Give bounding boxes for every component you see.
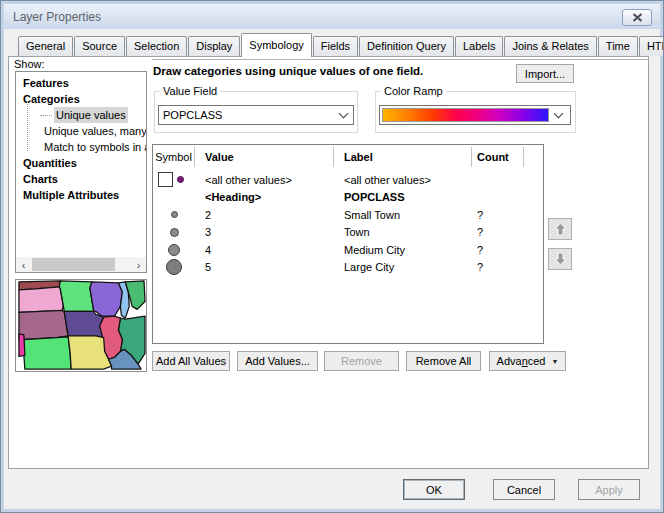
dropdown-arrow-icon: ▼: [552, 358, 559, 365]
show-label: Show:: [14, 58, 45, 70]
column-header-value[interactable]: Value: [195, 147, 334, 167]
point-symbol-icon[interactable]: [170, 228, 179, 237]
tab-joins-relates[interactable]: Joins & Relates: [504, 36, 596, 56]
tab-display[interactable]: Display: [188, 36, 240, 56]
map-state-shape: [19, 310, 68, 339]
tab-strip: General Source Selection Display Symbolo…: [18, 33, 664, 56]
map-state-shape: [59, 281, 93, 311]
ok-button[interactable]: OK: [403, 479, 465, 500]
map-state-shape: [90, 282, 123, 316]
table-row[interactable]: 5 Large City ?: [153, 259, 543, 277]
chevron-down-icon: [554, 109, 564, 119]
tree-item-charts[interactable]: Charts: [16, 171, 146, 187]
map-state-shape: [19, 334, 25, 357]
table-row[interactable]: <all other values> <all other values>: [153, 171, 543, 189]
value-field-dropdown[interactable]: POPCLASS: [158, 105, 354, 125]
map-preview-image: [16, 280, 146, 371]
tab-time[interactable]: Time: [598, 36, 638, 56]
tree-item-unique-values-many[interactable]: Unique values, many: [16, 123, 146, 139]
map-state-shape: [19, 287, 63, 312]
map-preview: [15, 279, 147, 372]
move-down-button[interactable]: [548, 248, 572, 270]
point-symbol-icon[interactable]: [171, 211, 178, 218]
tab-html-popup[interactable]: HTML Popup: [639, 36, 664, 56]
point-symbol-icon[interactable]: [166, 259, 182, 275]
map-state-shape: [64, 311, 103, 337]
remove-all-button[interactable]: Remove All: [406, 351, 481, 371]
add-all-values-button[interactable]: Add All Values: [152, 351, 230, 371]
map-state-shape: [24, 337, 71, 369]
title-bar[interactable]: Layer Properties: [4, 4, 660, 29]
color-ramp-dropdown[interactable]: [379, 105, 571, 125]
move-up-button[interactable]: [548, 218, 572, 240]
import-button[interactable]: Import...: [516, 64, 574, 83]
close-icon: [632, 13, 643, 22]
chevron-down-icon: [339, 109, 349, 119]
tree-item-features[interactable]: Features: [16, 75, 146, 91]
values-table-header: Symbol Value Label Count: [153, 145, 543, 169]
tree-guide-line: [27, 102, 28, 151]
column-header-count[interactable]: Count: [472, 147, 524, 167]
tab-symbology[interactable]: Symbology: [241, 33, 311, 57]
column-header-symbol[interactable]: Symbol: [153, 147, 195, 167]
tab-definition-query[interactable]: Definition Query: [359, 36, 454, 56]
tree-item-quantities[interactable]: Quantities: [16, 155, 146, 171]
apply-button[interactable]: Apply: [578, 479, 640, 500]
tree-horizontal-scrollbar[interactable]: ‹ ›: [16, 257, 146, 272]
tab-fields[interactable]: Fields: [313, 36, 358, 56]
show-tree: Features Categories Unique values Unique…: [15, 71, 147, 273]
tree-item-multiple-attributes[interactable]: Multiple Attributes: [16, 187, 146, 203]
column-header-label[interactable]: Label: [334, 147, 472, 167]
window-title: Layer Properties: [13, 10, 101, 24]
table-row[interactable]: 2 Small Town ?: [153, 206, 543, 224]
values-table-body: <all other values> <all other values> <H…: [153, 171, 543, 276]
table-row[interactable]: 4 Medium City ?: [153, 241, 543, 259]
all-other-values-checkbox[interactable]: [158, 172, 173, 187]
values-table: Symbol Value Label Count <all other valu…: [152, 144, 544, 344]
tree-guide-icon: [40, 115, 52, 116]
tab-labels[interactable]: Labels: [455, 36, 503, 56]
scroll-right-icon[interactable]: ›: [131, 257, 146, 272]
panel-heading: Draw categories using unique values of o…: [153, 65, 513, 77]
arrow-down-icon: [554, 252, 567, 266]
table-row[interactable]: <Heading> POPCLASS: [153, 189, 543, 207]
tree-item-categories[interactable]: Categories: [16, 91, 146, 107]
color-ramp-label: Color Ramp: [381, 85, 446, 97]
table-row[interactable]: 3 Town ?: [153, 224, 543, 242]
tab-selection[interactable]: Selection: [126, 36, 187, 56]
advanced-button[interactable]: Advanced ▼: [489, 351, 566, 371]
cancel-button[interactable]: Cancel: [493, 479, 555, 500]
value-field-label: Value Field: [160, 85, 220, 97]
scrollbar-thumb[interactable]: [32, 258, 115, 271]
remove-button[interactable]: Remove: [324, 351, 399, 371]
scroll-left-icon[interactable]: ‹: [16, 257, 31, 272]
close-button[interactable]: [622, 9, 652, 26]
tab-source[interactable]: Source: [74, 36, 125, 56]
point-symbol-icon[interactable]: [168, 244, 180, 256]
tree-item-match-to-symbols[interactable]: Match to symbols in a: [16, 139, 146, 155]
tab-general[interactable]: General: [18, 36, 73, 56]
point-symbol-icon[interactable]: [177, 176, 184, 183]
value-field-selected: POPCLASS: [163, 109, 334, 121]
panel-top-divider: [152, 59, 649, 60]
color-ramp-swatch: [382, 108, 549, 122]
add-values-button[interactable]: Add Values...: [237, 351, 318, 371]
arrow-up-icon: [554, 222, 567, 236]
tree-item-unique-values[interactable]: Unique values: [16, 107, 146, 123]
layer-properties-dialog: Layer Properties General Source Selectio…: [0, 0, 664, 513]
